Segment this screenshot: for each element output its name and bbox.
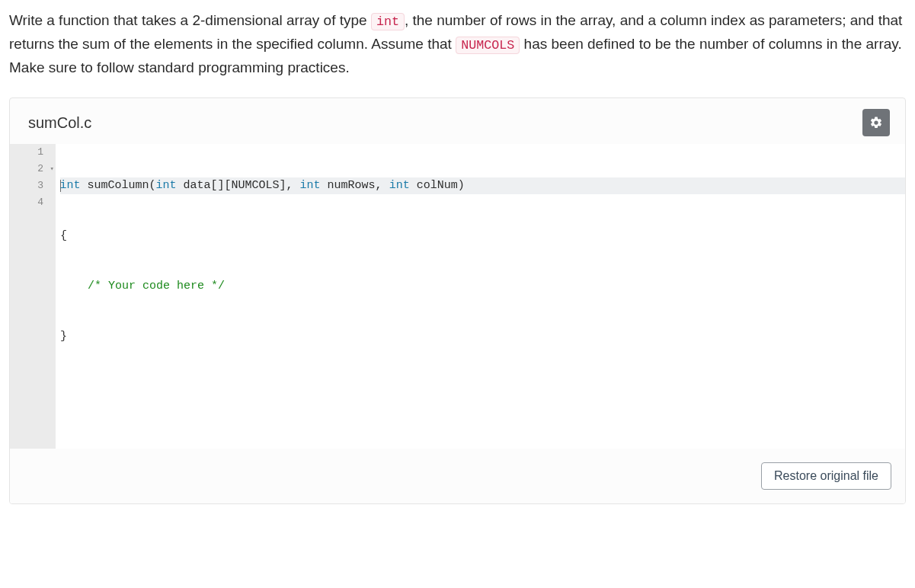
token-punct: } xyxy=(60,328,67,345)
token-type: int xyxy=(156,177,177,194)
restore-original-button[interactable]: Restore original file xyxy=(761,462,891,490)
gutter-line: 2▾ xyxy=(10,161,56,177)
gutter-line: 4 xyxy=(10,194,56,211)
line-number: 2 xyxy=(37,161,43,177)
token-type: int xyxy=(60,177,81,194)
gutter-line: 3 xyxy=(10,177,56,194)
code-area[interactable]: int sumColumn(int data[][NUMCOLS], int n… xyxy=(56,144,905,449)
gutter-line: 1 xyxy=(10,144,56,161)
indent xyxy=(60,278,88,295)
token-identifier: sumColumn( xyxy=(81,177,156,194)
code-line[interactable]: /* Your code here */ xyxy=(60,278,905,295)
line-number: 3 xyxy=(37,177,43,194)
token-punct: { xyxy=(60,228,67,244)
file-name-label: sumCol.c xyxy=(28,110,91,135)
fold-toggle-icon[interactable]: ▾ xyxy=(50,161,54,177)
settings-button[interactable] xyxy=(862,109,890,136)
inline-code-numcols: NUMCOLS xyxy=(456,37,520,54)
gear-icon xyxy=(869,116,883,129)
panel-footer: Restore original file xyxy=(10,449,905,503)
line-gutter: 1 2▾ 3 4 xyxy=(10,144,56,449)
inline-code-int: int xyxy=(371,13,405,30)
code-editor[interactable]: 1 2▾ 3 4 int sumColumn(int data[][NUMCOL… xyxy=(10,144,905,449)
token-identifier: numRows, xyxy=(321,177,389,194)
code-line[interactable]: } xyxy=(60,328,905,345)
token-identifier: colNum) xyxy=(410,177,465,194)
token-type: int xyxy=(300,177,321,194)
problem-prompt: Write a function that takes a 2-dimensio… xyxy=(9,9,906,79)
code-panel: sumCol.c 1 2▾ 3 4 int sumColumn(int data… xyxy=(9,97,906,504)
prompt-text-1: Write a function that takes a 2-dimensio… xyxy=(9,12,371,28)
code-line[interactable]: int sumColumn(int data[][NUMCOLS], int n… xyxy=(60,177,905,194)
line-number: 1 xyxy=(37,144,43,161)
token-type: int xyxy=(389,177,410,194)
code-line[interactable]: { xyxy=(60,228,905,244)
line-number: 4 xyxy=(37,194,43,211)
panel-header: sumCol.c xyxy=(10,98,905,144)
token-comment: /* Your code here */ xyxy=(88,278,225,295)
token-identifier: data[][NUMCOLS], xyxy=(177,177,300,194)
